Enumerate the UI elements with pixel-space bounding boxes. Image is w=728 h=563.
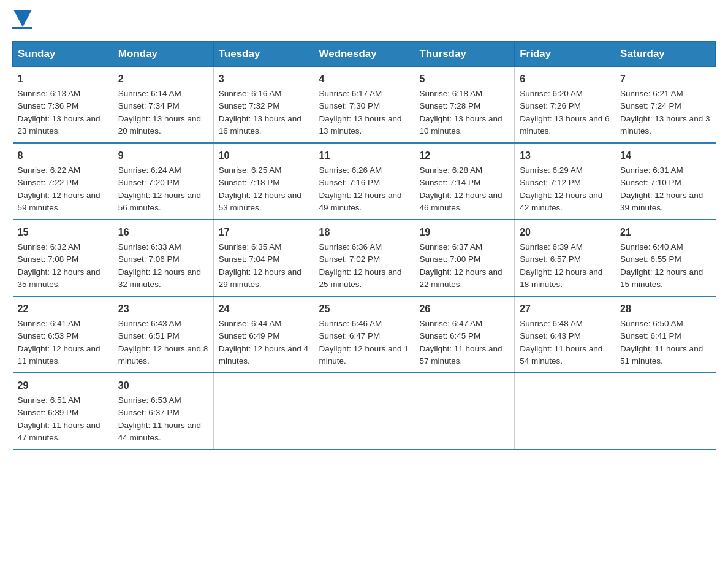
day-number: 22: [18, 302, 108, 316]
calendar-cell: [615, 373, 716, 450]
day-number: 23: [118, 302, 208, 316]
calendar-cell: 27Sunrise: 6:48 AMSunset: 6:43 PMDayligh…: [515, 296, 615, 373]
day-number: 12: [419, 148, 509, 163]
calendar-cell: 1Sunrise: 6:13 AMSunset: 7:36 PMDaylight…: [13, 67, 113, 144]
svg-marker-0: [13, 10, 32, 27]
calendar-cell: 19Sunrise: 6:37 AMSunset: 7:00 PMDayligh…: [414, 220, 515, 296]
day-number: 1: [18, 72, 108, 86]
day-number: 28: [620, 302, 710, 316]
calendar-week-row: 15Sunrise: 6:32 AMSunset: 7:08 PMDayligh…: [13, 220, 716, 296]
day-number: 19: [419, 225, 509, 240]
day-number: 8: [18, 148, 108, 163]
calendar-cell: [515, 373, 615, 450]
day-number: 30: [118, 378, 208, 393]
calendar-cell: 7Sunrise: 6:21 AMSunset: 7:24 PMDaylight…: [615, 67, 716, 144]
calendar-cell: 5Sunrise: 6:18 AMSunset: 7:28 PMDaylight…: [414, 67, 515, 144]
day-number: 4: [319, 72, 409, 86]
day-number: 21: [620, 225, 710, 240]
calendar-week-row: 29Sunrise: 6:51 AMSunset: 6:39 PMDayligh…: [13, 373, 716, 450]
calendar-cell: 16Sunrise: 6:33 AMSunset: 7:06 PMDayligh…: [113, 220, 213, 296]
weekday-header: Saturday: [615, 42, 716, 67]
calendar-cell: 8Sunrise: 6:22 AMSunset: 7:22 PMDaylight…: [13, 143, 113, 220]
calendar-cell: 11Sunrise: 6:26 AMSunset: 7:16 PMDayligh…: [314, 143, 414, 220]
calendar-cell: 20Sunrise: 6:39 AMSunset: 6:57 PMDayligh…: [515, 220, 615, 296]
day-number: 26: [419, 302, 509, 316]
calendar-cell: 18Sunrise: 6:36 AMSunset: 7:02 PMDayligh…: [314, 220, 414, 296]
day-number: 15: [18, 225, 108, 240]
day-number: 3: [219, 72, 309, 86]
calendar-cell: 23Sunrise: 6:43 AMSunset: 6:51 PMDayligh…: [113, 296, 213, 373]
calendar-cell: 6Sunrise: 6:20 AMSunset: 7:26 PMDaylight…: [515, 67, 615, 144]
day-number: 9: [118, 148, 208, 163]
day-number: 27: [520, 302, 610, 316]
calendar-cell: 10Sunrise: 6:25 AMSunset: 7:18 PMDayligh…: [213, 143, 314, 220]
calendar-cell: 3Sunrise: 6:16 AMSunset: 7:32 PMDaylight…: [213, 67, 314, 144]
day-number: 13: [520, 148, 610, 163]
day-number: 2: [118, 72, 208, 86]
calendar-cell: 2Sunrise: 6:14 AMSunset: 7:34 PMDaylight…: [113, 67, 213, 144]
day-number: 16: [118, 225, 208, 240]
calendar-cell: 17Sunrise: 6:35 AMSunset: 7:04 PMDayligh…: [213, 220, 314, 296]
calendar-week-row: 8Sunrise: 6:22 AMSunset: 7:22 PMDaylight…: [13, 143, 716, 220]
logo-triangle-icon: [13, 10, 32, 28]
calendar-cell: 22Sunrise: 6:41 AMSunset: 6:53 PMDayligh…: [13, 296, 113, 373]
day-number: 10: [219, 148, 309, 163]
calendar-cell: 15Sunrise: 6:32 AMSunset: 7:08 PMDayligh…: [13, 220, 113, 296]
calendar-cell: 30Sunrise: 6:53 AMSunset: 6:37 PMDayligh…: [113, 373, 213, 450]
day-number: 14: [620, 148, 710, 163]
day-number: 17: [219, 225, 309, 240]
calendar-cell: 28Sunrise: 6:50 AMSunset: 6:41 PMDayligh…: [615, 296, 716, 373]
day-number: 25: [319, 302, 409, 316]
day-number: 6: [520, 72, 610, 86]
weekday-header: Wednesday: [314, 42, 414, 67]
calendar-cell: [414, 373, 515, 450]
day-number: 5: [419, 72, 509, 86]
calendar-cell: 14Sunrise: 6:31 AMSunset: 7:10 PMDayligh…: [615, 143, 716, 220]
weekday-header: Monday: [113, 42, 213, 67]
weekday-header: Friday: [515, 42, 615, 67]
day-number: 29: [18, 378, 108, 393]
weekday-header: Thursday: [414, 42, 515, 67]
calendar-cell: 29Sunrise: 6:51 AMSunset: 6:39 PMDayligh…: [13, 373, 113, 450]
day-number: 24: [219, 302, 309, 316]
calendar-cell: 21Sunrise: 6:40 AMSunset: 6:55 PMDayligh…: [615, 220, 716, 296]
day-number: 11: [319, 148, 409, 163]
calendar-cell: 9Sunrise: 6:24 AMSunset: 7:20 PMDaylight…: [113, 143, 213, 220]
day-number: 18: [319, 225, 409, 240]
calendar-cell: 24Sunrise: 6:44 AMSunset: 6:49 PMDayligh…: [213, 296, 314, 373]
calendar-cell: [314, 373, 414, 450]
day-number: 7: [620, 72, 710, 86]
page-header: [12, 12, 716, 29]
calendar-week-row: 22Sunrise: 6:41 AMSunset: 6:53 PMDayligh…: [13, 296, 716, 373]
calendar-cell: 4Sunrise: 6:17 AMSunset: 7:30 PMDaylight…: [314, 67, 414, 144]
calendar-cell: [213, 373, 314, 450]
calendar-cell: 25Sunrise: 6:46 AMSunset: 6:47 PMDayligh…: [314, 296, 414, 373]
calendar-cell: 13Sunrise: 6:29 AMSunset: 7:12 PMDayligh…: [515, 143, 615, 220]
calendar-cell: 12Sunrise: 6:28 AMSunset: 7:14 PMDayligh…: [414, 143, 515, 220]
calendar-cell: 26Sunrise: 6:47 AMSunset: 6:45 PMDayligh…: [414, 296, 515, 373]
calendar-table: SundayMondayTuesdayWednesdayThursdayFrid…: [12, 41, 716, 450]
logo: [12, 12, 32, 29]
calendar-week-row: 1Sunrise: 6:13 AMSunset: 7:36 PMDaylight…: [13, 67, 716, 144]
day-number: 20: [520, 225, 610, 240]
weekday-header: Tuesday: [213, 42, 314, 67]
weekday-header: Sunday: [13, 42, 113, 67]
